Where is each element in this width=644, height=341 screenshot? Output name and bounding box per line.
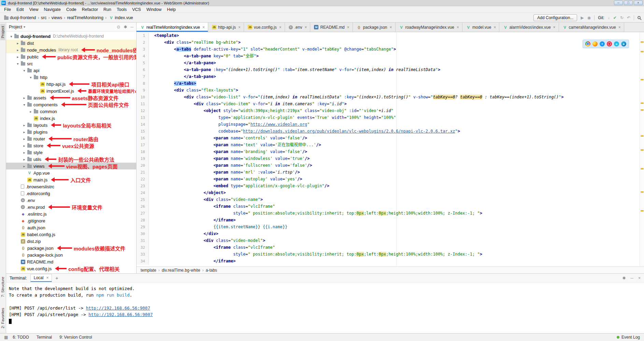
tree-item-style[interactable]: ▸style: [6, 149, 136, 156]
terminal-minimize-icon[interactable]: ─: [630, 276, 633, 281]
close-button[interactable]: ×: [634, 1, 643, 5]
chevron-right-icon[interactable]: ▸: [22, 158, 27, 161]
tree-item-node-modules[interactable]: ▸node_moduleslibrary rootnode_modules依赖: [6, 46, 136, 53]
tree-item-vue-config-js[interactable]: JSvue.config.jsconfig配置、代理相关: [6, 265, 136, 272]
tree-item-components[interactable]: ▾components页面公共组件文件: [6, 101, 136, 108]
chevron-right-icon[interactable]: ▸: [15, 48, 20, 52]
tree-item-env-prod[interactable]: ≡.env.prod环境变量文件: [6, 204, 136, 210]
event-log-button[interactable]: Event Log: [617, 335, 640, 340]
chevron-right-icon[interactable]: ▸: [22, 130, 27, 134]
firefox-browser-icon[interactable]: [592, 41, 598, 46]
close-icon[interactable]: ×: [457, 25, 459, 30]
tree-item-babel-config-js[interactable]: JSbabel.config.js: [6, 231, 136, 238]
tree-item-dist-zip[interactable]: Zdist.zip: [6, 238, 136, 245]
editor-breadcrumb-div-realtime-bg-white[interactable]: div.realTime.bg-white: [162, 268, 200, 273]
chevron-down-icon[interactable]: ▾: [15, 62, 20, 66]
tree-item-public[interactable]: ▸publicpublic资源文件夹，一般放引用的第三方插件: [6, 53, 136, 60]
chevron-right-icon[interactable]: ▸: [15, 41, 20, 45]
editor-tab-alarmvideos-index-vue[interactable]: ValarmVideos\index.vue×: [499, 23, 559, 32]
tree-item-auth-json[interactable]: {}auth.json: [6, 224, 136, 231]
close-icon[interactable]: ×: [202, 25, 205, 30]
tree-item-http[interactable]: ▾http: [6, 74, 136, 81]
search-icon[interactable]: [638, 16, 641, 19]
tree-item-src[interactable]: ▾src: [6, 60, 136, 67]
tool-button-project[interactable]: Project: [0, 24, 5, 40]
tree-item-eslintrc-js[interactable]: ◆.eslintrc.js: [6, 210, 136, 217]
run-icon[interactable]: ▶: [581, 15, 584, 20]
terminal-output[interactable]: Note that the development build is not o…: [6, 283, 644, 324]
menu-window[interactable]: Window: [144, 6, 164, 13]
tree-item-dist[interactable]: ▸dist: [6, 40, 136, 46]
git-commit-icon[interactable]: ✔: [613, 15, 617, 20]
tree-item-app-vue[interactable]: VApp.vue: [6, 169, 136, 176]
new-terminal-icon[interactable]: +: [55, 275, 58, 281]
menu-view[interactable]: View: [27, 6, 41, 13]
chrome-browser-icon[interactable]: [585, 41, 590, 46]
chevron-down-icon[interactable]: ▾: [24, 25, 25, 29]
menu-tools[interactable]: Tools: [114, 6, 129, 13]
menu-edit[interactable]: Edit: [14, 6, 27, 13]
tree-item-store[interactable]: ▸storevuex公共资源: [6, 142, 136, 149]
opera-browser-icon[interactable]: [607, 41, 612, 46]
tool-button-favorites[interactable]: 2: Favorites: [0, 306, 5, 330]
statusbar-6-todo[interactable]: 6: TODO: [13, 335, 29, 340]
tree-item-package-json[interactable]: {}package.jsonmodules依赖描述文件: [6, 245, 136, 251]
locate-file-icon[interactable]: ⊙: [117, 25, 120, 29]
menu-navigate[interactable]: Navigate: [41, 6, 63, 13]
code-editor[interactable]: 1<template>2 <div class="realTime bg-whi…: [137, 32, 644, 267]
menu-vcs[interactable]: VCS: [129, 6, 144, 13]
add-configuration-button[interactable]: Add Configuration...: [533, 14, 577, 21]
edge-browser-icon[interactable]: e: [621, 41, 626, 46]
tree-item-index-js[interactable]: JSindex.js: [6, 115, 136, 122]
safari-browser-icon[interactable]: [600, 41, 605, 46]
editor-tab-cameramanage-index-vue[interactable]: VcameraManage\index.vue×: [559, 23, 624, 32]
close-icon[interactable]: ×: [304, 25, 307, 30]
chevron-right-icon[interactable]: ▸: [22, 137, 27, 141]
close-icon[interactable]: ×: [618, 25, 621, 30]
editor-tab-readme-md[interactable]: MREADME.md×: [310, 23, 353, 32]
breadcrumb-item-duoji-frontend[interactable]: duoji-frontend: [3, 15, 36, 20]
minimize-button[interactable]: ─: [614, 1, 623, 5]
git-history-icon[interactable]: ↻: [620, 15, 624, 20]
tree-item-package-lock-json[interactable]: {}package-lock.json: [6, 251, 136, 258]
menu-run[interactable]: Run: [101, 6, 114, 13]
close-icon[interactable]: ×: [46, 275, 48, 280]
hide-panel-icon[interactable]: ─: [130, 25, 133, 29]
chevron-down-icon[interactable]: ▾: [22, 69, 27, 72]
close-icon[interactable]: ×: [553, 25, 556, 30]
editor-tab-realtimemonitoring-index-vue[interactable]: VrealTimeMonitoring\index.vue×: [137, 23, 208, 32]
chevron-right-icon[interactable]: ▸: [22, 96, 27, 100]
breadcrumb-item-views[interactable]: views: [52, 15, 62, 20]
editor-tab-http-api-js[interactable]: JShttp-api.js×: [208, 23, 244, 32]
chevron-right-icon[interactable]: ▸: [22, 164, 27, 168]
chevron-down-icon[interactable]: ▾: [22, 103, 27, 107]
breadcrumb-item-realtimemonitoring[interactable]: realTimeMonitoring: [67, 15, 103, 20]
close-icon[interactable]: ×: [279, 25, 282, 30]
editor-breadcrumb-template[interactable]: template: [141, 268, 156, 273]
tree-item-api[interactable]: ▾api: [6, 67, 136, 74]
close-icon[interactable]: ×: [390, 25, 392, 30]
close-icon[interactable]: ×: [347, 25, 349, 30]
breadcrumb-item-src[interactable]: src: [41, 15, 47, 20]
tree-item-browserslistrc[interactable]: .browserslistrc: [6, 183, 136, 190]
tree-item-main-js[interactable]: JSmain.js入口文件: [6, 176, 136, 183]
chevron-right-icon[interactable]: ▸: [15, 55, 20, 59]
editor-tab-package-json[interactable]: {}package.json×: [353, 23, 396, 32]
maximize-button[interactable]: □: [624, 1, 633, 5]
chevron-right-icon[interactable]: ▸: [22, 151, 27, 154]
chevron-right-icon[interactable]: ▸: [22, 144, 27, 148]
tree-item-views[interactable]: ▸viewsview视图、pages页面: [6, 163, 136, 169]
statusbar-9-version-control[interactable]: 9: Version Control: [59, 335, 92, 340]
editor-tab-roadwaymanage-index-vue[interactable]: VroadwayManage\index.vue×: [396, 23, 462, 32]
editor-breadcrumb-a-tabs[interactable]: a-tabs: [206, 268, 217, 273]
tree-item-importexcel-js[interactable]: JSimportExcel.js暴露环境变量地址给图片or视频资源路径变量相关: [6, 87, 136, 94]
menu-code[interactable]: Code: [63, 6, 79, 13]
chevron-down-icon[interactable]: ▾: [28, 76, 33, 79]
editor-scrollbar-stripe[interactable]: [640, 32, 644, 267]
close-icon[interactable]: ×: [238, 25, 241, 30]
chevron-down-icon[interactable]: ▾: [9, 35, 14, 38]
chevron-right-icon[interactable]: ▸: [22, 123, 27, 127]
settings-gear-icon[interactable]: ✱: [124, 25, 127, 29]
tree-item-assets[interactable]: ▸assetsassets静态资源文件: [6, 94, 136, 101]
tree-item-readme-md[interactable]: MREADME.md: [6, 258, 136, 265]
